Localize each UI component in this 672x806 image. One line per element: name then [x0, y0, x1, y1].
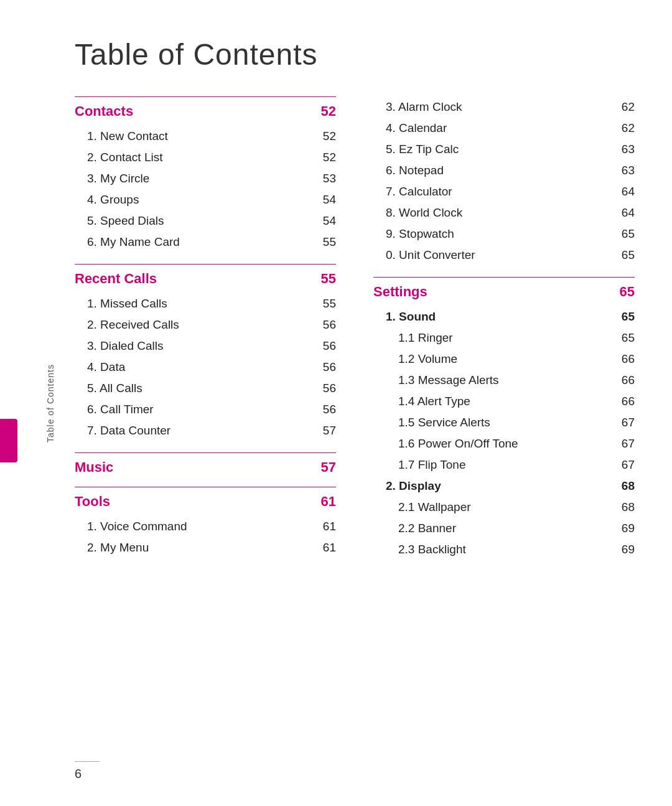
- toc-item: 7. Calculator64: [373, 181, 635, 202]
- toc-item-page: 66: [616, 373, 635, 387]
- section-page-recent-calls: 55: [321, 271, 336, 287]
- section-page-contacts: 52: [321, 103, 336, 119]
- toc-item: 1. Voice Command61: [75, 516, 336, 537]
- toc-item: 1.3 Message Alerts66: [373, 370, 635, 391]
- toc-item-page: 56: [317, 403, 336, 416]
- toc-item-page: 56: [317, 382, 336, 395]
- toc-item-label: 4. Groups: [87, 193, 139, 207]
- toc-item-label: 4. Data: [87, 360, 125, 374]
- toc-item: 2. Contact List52: [75, 147, 336, 168]
- toc-item-label: 1.4 Alert Type: [398, 395, 470, 408]
- section-header-music: Music57: [75, 452, 336, 476]
- toc-item-label: 5. Ez Tip Calc: [386, 143, 459, 156]
- section-page-music: 57: [321, 459, 336, 476]
- toc-item: 1.1 Ringer65: [373, 327, 635, 349]
- toc-item-page: 64: [616, 185, 635, 199]
- toc-right-column: 3. Alarm Clock624. Calendar625. Ez Tip C…: [373, 96, 635, 560]
- toc-item: 9. Stopwatch65: [373, 223, 635, 245]
- toc-item-page: 65: [616, 227, 635, 241]
- toc-item-label: 1.3 Message Alerts: [398, 373, 499, 387]
- toc-item: 2. My Menu61: [75, 537, 336, 558]
- toc-item: 1. New Contact52: [75, 126, 336, 147]
- toc-item-label: 5. All Calls: [87, 382, 142, 395]
- toc-item-page: 67: [616, 458, 635, 472]
- toc-item-page: 62: [616, 100, 635, 114]
- toc-item-page: 69: [616, 522, 635, 535]
- toc-item-label: 1.1 Ringer: [398, 331, 453, 345]
- toc-item-page: 53: [317, 172, 336, 185]
- toc-item: 6. Notepad63: [373, 160, 635, 181]
- page-number: 6: [75, 761, 100, 781]
- toc-item-label: 2. Received Calls: [87, 318, 179, 332]
- section-title-contacts: Contacts: [75, 103, 133, 119]
- toc-item: 2. Received Calls56: [75, 314, 336, 335]
- section-header-contacts: Contacts52: [75, 96, 336, 119]
- section-page-tools: 61: [321, 494, 336, 510]
- toc-item-label: 2.1 Wallpaper: [398, 500, 471, 514]
- toc-item-page: 57: [317, 424, 336, 438]
- toc-item: 1.2 Volume66: [373, 349, 635, 370]
- section-title-recent-calls: Recent Calls: [75, 271, 157, 287]
- toc-item-label: 3. Alarm Clock: [386, 100, 462, 114]
- toc-item-label: 2.3 Backlight: [398, 543, 466, 556]
- toc-item: 4. Data56: [75, 357, 336, 378]
- toc-item-label: 7. Data Counter: [87, 424, 170, 438]
- toc-item: 4. Calendar62: [373, 118, 635, 139]
- toc-item-label: 6. Notepad: [386, 164, 444, 177]
- toc-item-page: 66: [616, 395, 635, 408]
- toc-item-label: 1. Voice Command: [87, 520, 187, 533]
- toc-item-label: 1.7 Flip Tone: [398, 458, 465, 472]
- toc-item-page: 56: [317, 318, 336, 332]
- toc-item-page: 69: [616, 543, 635, 556]
- toc-item-label: 5. Speed Dials: [87, 214, 164, 228]
- toc-item: 5. All Calls56: [75, 378, 336, 399]
- section-header-settings: Settings65: [373, 277, 635, 300]
- toc-item-label: 1. Missed Calls: [87, 297, 167, 311]
- toc-item: 3. Alarm Clock62: [373, 96, 635, 118]
- toc-item: 0. Unit Converter65: [373, 245, 635, 266]
- toc-item: 3. Dialed Calls56: [75, 335, 336, 357]
- toc-item-page: 64: [616, 206, 635, 220]
- toc-item: 1. Missed Calls55: [75, 293, 336, 314]
- toc-item-page: 65: [616, 331, 635, 345]
- section-title-music: Music: [75, 459, 113, 476]
- toc-item: 2.3 Backlight69: [373, 539, 635, 560]
- toc-item-label: 8. World Clock: [386, 206, 462, 220]
- toc-item-page: 52: [317, 151, 336, 164]
- toc-item-page: 55: [317, 297, 336, 311]
- toc-item-label: 1.5 Service Alerts: [398, 416, 490, 429]
- toc-item: 1.4 Alert Type66: [373, 391, 635, 412]
- toc-item-page: 62: [616, 121, 635, 135]
- toc-item-page: 65: [616, 310, 635, 324]
- toc-item-label: 6. Call Timer: [87, 403, 154, 416]
- toc-item-page: 61: [317, 541, 336, 555]
- toc-item: 2.2 Banner69: [373, 518, 635, 539]
- toc-item-page: 63: [616, 164, 635, 177]
- toc-item-page: 68: [616, 479, 635, 493]
- toc-item: 5. Speed Dials54: [75, 210, 336, 232]
- toc-item-page: 54: [317, 193, 336, 207]
- toc-item: 7. Data Counter57: [75, 420, 336, 441]
- page-title: Table of Contents: [75, 37, 622, 72]
- toc-item-label: 6. My Name Card: [87, 235, 180, 249]
- toc-item-label: 1.2 Volume: [398, 352, 457, 366]
- toc-item: 2. Display68: [373, 476, 635, 497]
- toc-item-label: 7. Calculator: [386, 185, 452, 199]
- toc-item: 1.5 Service Alerts67: [373, 412, 635, 433]
- toc-item: 2.1 Wallpaper68: [373, 497, 635, 518]
- toc-item-label: 3. My Circle: [87, 172, 149, 185]
- toc-item: 1.6 Power On/Off Tone67: [373, 433, 635, 454]
- page: Table of Contents Table of Contents Cont…: [0, 0, 672, 806]
- section-page-settings: 65: [620, 284, 635, 300]
- toc-layout: Contacts521. New Contact522. Contact Lis…: [75, 96, 622, 569]
- toc-item-label: 1. Sound: [386, 310, 436, 324]
- toc-item-label: 2. My Menu: [87, 541, 149, 555]
- section-title-tools: Tools: [75, 494, 110, 510]
- sidebar-label: Table of Contents: [45, 364, 55, 443]
- toc-item: 8. World Clock64: [373, 202, 635, 223]
- toc-item-page: 67: [616, 437, 635, 451]
- toc-item-label: 2.2 Banner: [398, 522, 456, 535]
- section-header-recent-calls: Recent Calls55: [75, 264, 336, 287]
- toc-item-page: 55: [317, 235, 336, 249]
- toc-item-page: 63: [616, 143, 635, 156]
